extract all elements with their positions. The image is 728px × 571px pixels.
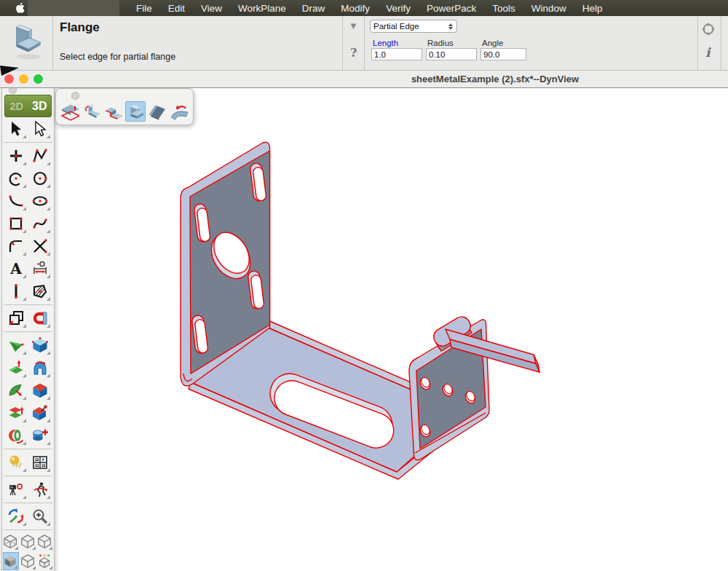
- app-name-strip: [28, 0, 119, 16]
- surface-tool-button[interactable]: [5, 379, 27, 401]
- info-icon[interactable]: i: [705, 45, 710, 60]
- vline-tool-button[interactable]: [5, 280, 27, 302]
- walk-camera-tool-button[interactable]: [29, 479, 51, 500]
- box-red-tool-button[interactable]: [29, 379, 51, 401]
- radius-field[interactable]: [426, 48, 477, 60]
- polyline-tool-button[interactable]: [29, 145, 51, 166]
- flange-mode-value: Partial Edge: [373, 22, 448, 31]
- toolbar-row: [2, 212, 54, 235]
- mouse-cursor: [0, 64, 20, 77]
- menu-item-view[interactable]: View: [193, 1, 230, 15]
- surface-tool-icon: [7, 382, 25, 399]
- cone-tool-button[interactable]: [5, 334, 27, 355]
- sheet-metal-tools: [60, 101, 189, 122]
- wire-cube-x-button[interactable]: [3, 532, 19, 551]
- wire-cube-3-button[interactable]: [20, 552, 36, 570]
- menu-item-verify[interactable]: Verify: [378, 1, 419, 15]
- circle-tool-icon: [31, 170, 49, 187]
- cylinder-tool-button[interactable]: [5, 425, 27, 446]
- copy-tool-button[interactable]: [5, 307, 27, 328]
- copy-tool-icon: [7, 310, 25, 327]
- sm-unbend-tool-button[interactable]: [169, 101, 189, 122]
- orbit-tool-button[interactable]: [5, 505, 27, 527]
- vline-tool-icon: [7, 283, 25, 300]
- menu-item-edit[interactable]: Edit: [160, 1, 193, 15]
- fillet-tool-button[interactable]: [5, 235, 27, 256]
- toggle-2d-button[interactable]: 2D: [5, 95, 28, 117]
- menu-item-workplane[interactable]: WorkPlane: [230, 1, 294, 15]
- zoom-window-button[interactable]: [33, 74, 43, 84]
- render-tool-button[interactable]: [5, 452, 27, 473]
- toolbar-row: [2, 144, 54, 167]
- boolean-add-tool-button[interactable]: [29, 425, 51, 446]
- flange-mode-select[interactable]: Partial Edge: [370, 20, 457, 33]
- rect-tool-icon: [7, 215, 25, 232]
- help-button[interactable]: ?: [350, 46, 357, 60]
- menu-bar: FileEditViewWorkPlaneDrawModifyVerifyPow…: [0, 0, 728, 16]
- curve-tool-button[interactable]: [5, 190, 27, 211]
- toolbar-row: [2, 532, 54, 551]
- text-tool-button[interactable]: A: [5, 258, 27, 279]
- zoom-in-tool-button[interactable]: [29, 505, 51, 527]
- sm-unfold-tool-button[interactable]: [60, 101, 80, 122]
- box-tool-button[interactable]: [29, 334, 51, 355]
- shaded-cube-button[interactable]: [3, 552, 19, 570]
- toolbar-row: [2, 235, 54, 257]
- length-field[interactable]: [371, 48, 422, 60]
- sm-zbend-tool-icon: [104, 102, 123, 121]
- sm-unbend-tool-icon: [170, 102, 189, 121]
- circle-tool-button[interactable]: [29, 168, 51, 189]
- wire-cube-button[interactable]: [20, 532, 36, 551]
- sm-zbend-tool-button[interactable]: [103, 101, 124, 122]
- revolve-tool-button[interactable]: [29, 357, 51, 378]
- trim-tool-button[interactable]: [29, 235, 51, 256]
- toolbar-separator: [2, 329, 54, 334]
- menu-item-modify[interactable]: Modify: [333, 1, 378, 15]
- toolbar-row: A: [2, 257, 54, 280]
- zoom-in-tool-icon: [31, 508, 49, 525]
- menu-item-draw[interactable]: Draw: [294, 1, 333, 15]
- render-cube-button[interactable]: [37, 552, 53, 570]
- menu-item-powerpack[interactable]: PowerPack: [419, 1, 484, 15]
- viewport-tool-button[interactable]: [29, 452, 51, 473]
- wire-cube-2-button[interactable]: [37, 532, 53, 551]
- toolbar-separator: [2, 302, 54, 307]
- arc-tool-button[interactable]: [5, 168, 27, 189]
- spline-tool-button[interactable]: [29, 213, 51, 234]
- drawing-canvas[interactable]: [0, 88, 728, 571]
- extrude-tool-button[interactable]: [5, 357, 27, 378]
- angle-field[interactable]: [480, 48, 526, 60]
- toolbar-separator: [2, 527, 54, 532]
- rect-tool-button[interactable]: [5, 213, 27, 234]
- collapse-panel-button[interactable]: ▼: [349, 20, 358, 31]
- hatch-tool-icon: [31, 283, 49, 300]
- toolbar-row: [2, 505, 54, 527]
- toggle-3d-button[interactable]: 3D: [28, 95, 52, 117]
- menu-item-tools[interactable]: Tools: [484, 1, 523, 15]
- palette-close-icon[interactable]: [71, 92, 79, 100]
- dimension-tool-button[interactable]: [29, 258, 51, 279]
- curve-tool-icon: [7, 192, 25, 210]
- camera-tool-button[interactable]: [5, 479, 27, 500]
- hatch-tool-button[interactable]: [29, 280, 51, 302]
- point-tool-button[interactable]: [5, 145, 27, 166]
- wire-cube-icon: [20, 534, 36, 550]
- crosshair-icon[interactable]: [700, 21, 716, 37]
- magnet-tool-button[interactable]: [29, 307, 51, 328]
- toolbar-row: [2, 551, 54, 571]
- planes-tool-button[interactable]: [5, 402, 27, 423]
- menu-item-window[interactable]: Window: [523, 1, 574, 15]
- ellipse-tool-button[interactable]: [29, 190, 51, 211]
- box-control-tool-button[interactable]: [29, 402, 51, 423]
- sm-base-flange-tool-button[interactable]: [82, 101, 102, 122]
- apple-menu-icon[interactable]: [15, 2, 25, 14]
- app-window: { "menu_bar": { "items": ["File","Edit",…: [0, 0, 728, 571]
- menu-item-help[interactable]: Help: [574, 1, 611, 15]
- pointer-open-button[interactable]: [29, 118, 51, 139]
- sm-plate-tool-button[interactable]: [147, 101, 167, 122]
- pointer-filled-button[interactable]: [5, 118, 27, 139]
- toolbar-row: [2, 451, 54, 473]
- menu-item-file[interactable]: File: [128, 1, 160, 15]
- spline-tool-icon: [31, 215, 49, 232]
- sm-flange-tool-button[interactable]: [125, 101, 146, 122]
